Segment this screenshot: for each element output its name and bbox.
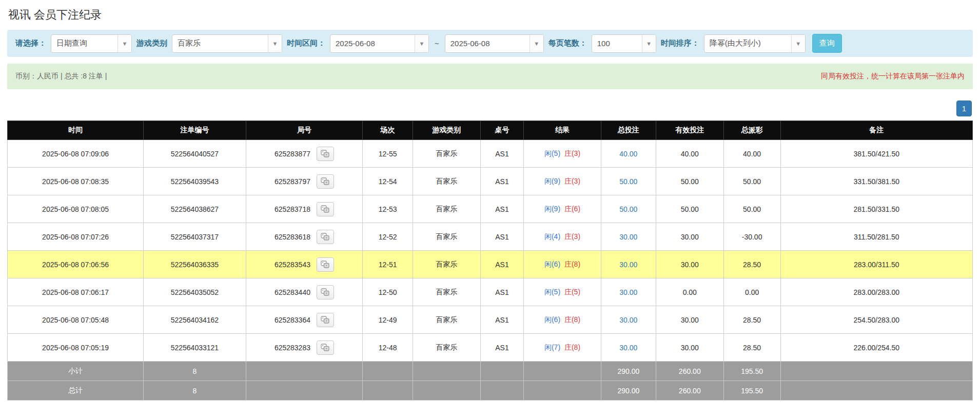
result-cell: 闲(7) 庄(8) <box>524 334 601 362</box>
result-player: 闲(5) <box>544 288 560 296</box>
round-detail-button[interactable] <box>317 257 334 272</box>
result-cell: 闲(5) 庄(3) <box>524 140 601 168</box>
page-size-combobox[interactable]: 100 ▼ <box>592 34 656 53</box>
bet-id-cell: 522564033121 <box>144 334 246 362</box>
total-total-bet: 290.00 <box>601 381 656 401</box>
sort-order-label: 时间排序： <box>661 38 699 48</box>
note-cell: 281.50/331.50 <box>780 195 972 223</box>
round-detail-button[interactable] <box>317 313 334 327</box>
round-detail-button[interactable] <box>317 341 334 355</box>
session-cell: 12-52 <box>363 223 413 251</box>
payout-cell: 28.50 <box>723 306 780 334</box>
table-row: 2025-06-08 07:05:48 522564034162 6252833… <box>8 306 973 334</box>
table-header: 时间 注单编号 局号 场次 游戏类别 桌号 结果 总投注 有效投注 总派彩 备注 <box>8 121 973 140</box>
total-bet-link[interactable]: 40.00 <box>619 150 637 158</box>
empty-cell <box>780 362 972 381</box>
chevron-down-icon[interactable]: ▼ <box>268 35 282 52</box>
total-valid-bet: 260.00 <box>656 381 723 401</box>
total-bet-cell: 30.00 <box>601 306 656 334</box>
table-no-cell: AS1 <box>480 306 524 334</box>
table-no-cell: AS1 <box>480 251 524 278</box>
pagination: 1 <box>7 101 972 116</box>
round-detail-button[interactable] <box>317 230 334 244</box>
search-button[interactable]: 查询 <box>812 34 842 53</box>
total-label: 总计 <box>8 381 144 401</box>
total-bet-link[interactable]: 30.00 <box>619 233 637 241</box>
bet-id-cell: 522564040527 <box>144 140 246 168</box>
valid-bet-cell: 50.00 <box>656 195 723 223</box>
result-banker: 庄(8) <box>564 315 580 324</box>
header-note: 备注 <box>780 121 972 140</box>
result-banker: 庄(3) <box>564 149 580 157</box>
dice-icon <box>321 233 329 241</box>
dice-icon <box>321 261 329 268</box>
result-player: 闲(6) <box>544 315 560 324</box>
total-bet-link[interactable]: 50.00 <box>619 177 637 186</box>
bet-id-cell: 522564034162 <box>144 306 246 334</box>
chevron-down-icon[interactable]: ▼ <box>415 35 428 52</box>
subtotal-valid-bet: 260.00 <box>656 362 723 381</box>
chevron-down-icon[interactable]: ▼ <box>530 35 543 52</box>
total-count: 8 <box>144 381 246 401</box>
empty-cell <box>480 362 524 381</box>
session-cell: 12-49 <box>363 306 413 334</box>
valid-bet-cell: 0.00 <box>656 278 723 306</box>
chevron-down-icon[interactable]: ▼ <box>117 35 131 52</box>
date-from-picker[interactable]: 2025-06-08 ▼ <box>330 34 429 53</box>
table-row: 2025-06-08 07:06:56 522564036335 6252835… <box>8 251 973 278</box>
game-type-combobox[interactable]: 百家乐 ▼ <box>172 34 282 53</box>
total-bet-link[interactable]: 30.00 <box>619 316 637 324</box>
round-number: 625283797 <box>275 177 310 186</box>
subtotal-count: 8 <box>144 362 246 381</box>
round-detail-button[interactable] <box>317 147 334 161</box>
date-to-picker[interactable]: 2025-06-08 ▼ <box>445 34 544 53</box>
payout-cell: -30.00 <box>723 223 780 251</box>
empty-cell <box>780 381 972 401</box>
round-number: 625283877 <box>275 150 310 158</box>
subtotal-payout: 195.50 <box>723 362 780 381</box>
total-bet-link[interactable]: 30.00 <box>619 261 637 269</box>
total-bet-link[interactable]: 50.00 <box>619 205 637 213</box>
subtotal-label: 小计 <box>8 362 144 381</box>
query-type-combobox[interactable]: 日期查询 ▼ <box>51 34 132 53</box>
bet-id-cell: 522564036335 <box>144 251 246 278</box>
game-type-cell: 百家乐 <box>413 223 480 251</box>
bet-records-table: 时间 注单编号 局号 场次 游戏类别 桌号 结果 总投注 有效投注 总派彩 备注… <box>7 121 973 401</box>
result-player: 闲(5) <box>544 149 560 157</box>
result-cell: 闲(9) 庄(3) <box>524 168 601 195</box>
total-bet-cell: 30.00 <box>601 334 656 362</box>
empty-cell <box>413 381 480 401</box>
valid-bet-cell: 30.00 <box>656 251 723 278</box>
round-detail-button[interactable] <box>317 202 334 216</box>
total-bet-cell: 50.00 <box>601 195 656 223</box>
total-bet-link[interactable]: 30.00 <box>619 288 637 296</box>
header-table-no: 桌号 <box>480 121 524 140</box>
round-detail-button[interactable] <box>317 285 334 299</box>
dice-icon <box>321 150 329 157</box>
chevron-down-icon[interactable]: ▼ <box>642 35 656 52</box>
note-cell: 283.00/283.00 <box>780 278 972 306</box>
time-cell: 2025-06-08 07:08:05 <box>8 195 144 223</box>
chevron-down-icon[interactable]: ▼ <box>791 35 805 52</box>
sort-order-combobox[interactable]: 降幂(由大到小) ▼ <box>704 34 806 53</box>
header-bet-id: 注单编号 <box>144 121 246 140</box>
session-cell: 12-50 <box>363 278 413 306</box>
empty-cell <box>524 381 601 401</box>
game-type-cell: 百家乐 <box>413 140 480 168</box>
total-bet-cell: 40.00 <box>601 140 656 168</box>
round-detail-button[interactable] <box>317 174 334 189</box>
result-player: 闲(7) <box>544 343 560 351</box>
header-valid-bet: 有效投注 <box>656 121 723 140</box>
total-bet-link[interactable]: 30.00 <box>619 344 637 352</box>
pagination-page-1-button[interactable]: 1 <box>956 101 972 116</box>
result-banker: 庄(5) <box>564 288 580 296</box>
game-type-cell: 百家乐 <box>413 306 480 334</box>
game-type-cell: 百家乐 <box>413 195 480 223</box>
game-type-cell: 百家乐 <box>413 334 480 362</box>
result-banker: 庄(3) <box>564 232 580 241</box>
table-row: 2025-06-08 07:06:17 522564035052 6252834… <box>8 278 973 306</box>
result-cell: 闲(6) 庄(8) <box>524 251 601 278</box>
total-bet-cell: 30.00 <box>601 251 656 278</box>
round-cell: 625283618 <box>246 223 363 251</box>
sort-order-value: 降幂(由大到小) <box>704 35 791 52</box>
